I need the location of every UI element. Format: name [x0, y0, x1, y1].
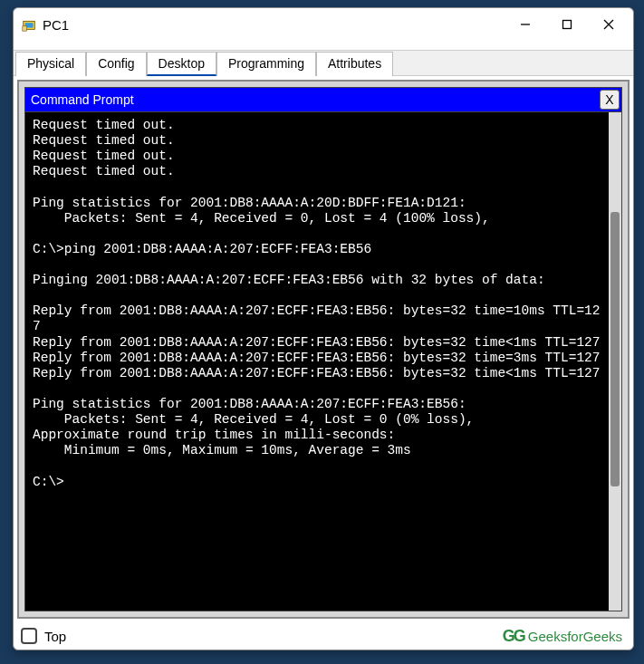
top-checkbox[interactable]: [21, 628, 37, 644]
watermark-logo-icon: GG: [503, 627, 524, 646]
panel-title: Command Prompt: [31, 92, 600, 107]
panel-header: Command Prompt X: [24, 87, 622, 112]
titlebar: PC1: [14, 8, 633, 41]
footer: Top GG GeeksforGeeks: [14, 622, 633, 650]
close-button[interactable]: [588, 10, 630, 39]
app-icon: [21, 16, 37, 33]
window-title: PC1: [43, 17, 505, 33]
content-area: Command Prompt X Request timed out. Requ…: [17, 80, 630, 619]
watermark: GG GeeksforGeeks: [503, 627, 622, 646]
app-window: PC1 Physical Config Desktop Programming …: [13, 7, 634, 650]
tab-programming[interactable]: Programming: [216, 52, 316, 76]
watermark-text: GeeksforGeeks: [528, 629, 622, 644]
tabstrip: Physical Config Desktop Programming Attr…: [14, 50, 633, 76]
window-controls: [505, 10, 630, 39]
tab-attributes[interactable]: Attributes: [316, 52, 393, 76]
svg-rect-2: [23, 26, 27, 31]
top-checkbox-label: Top: [44, 629, 66, 644]
maximize-button[interactable]: [546, 10, 588, 39]
terminal-container: Request timed out. Request timed out. Re…: [24, 112, 622, 611]
minimize-button[interactable]: [505, 10, 546, 39]
command-prompt-terminal[interactable]: Request timed out. Request timed out. Re…: [25, 112, 609, 611]
terminal-scrollbar[interactable]: [609, 112, 621, 611]
tab-config[interactable]: Config: [86, 52, 146, 76]
svg-rect-4: [563, 21, 572, 29]
panel-close-button[interactable]: X: [600, 90, 620, 110]
tab-desktop[interactable]: Desktop: [147, 52, 216, 76]
tab-physical[interactable]: Physical: [15, 52, 86, 76]
scrollbar-thumb[interactable]: [610, 212, 620, 486]
